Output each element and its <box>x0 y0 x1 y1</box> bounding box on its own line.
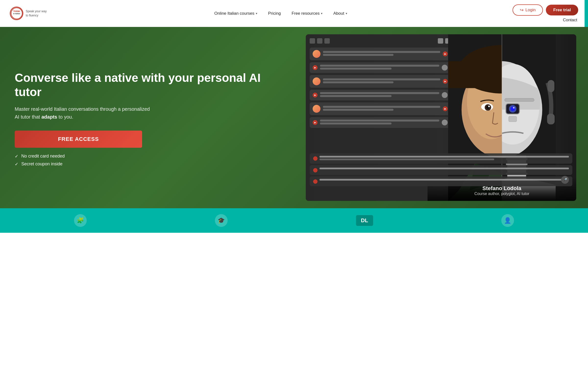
svg-rect-9 <box>448 61 502 88</box>
hero-subtitle: Master real-world Italian conversations … <box>15 105 152 121</box>
bottom-text-1 <box>320 156 569 161</box>
svg-text:in Italian: in Italian <box>13 13 20 14</box>
navbar: THINK in Italian Speak your way to fluen… <box>0 0 588 27</box>
text-line <box>320 179 569 180</box>
text-line <box>320 120 439 122</box>
text-line <box>320 168 569 169</box>
chat-text-1 <box>323 51 440 57</box>
nav-right: ↪ Login Free trial Contact <box>512 4 578 22</box>
toolbar-dot-3 <box>324 38 330 44</box>
text-line <box>320 68 392 70</box>
svg-point-21 <box>513 107 514 108</box>
text-line <box>323 81 394 83</box>
footer-dl-icon: DL <box>356 215 373 226</box>
bottom-text-2 <box>320 168 569 170</box>
bottom-message-2 <box>310 165 572 175</box>
play-btn-6[interactable]: ▶ <box>312 120 318 125</box>
bottom-chat: 🎤 <box>306 153 576 186</box>
logo-icon: THINK in Italian <box>10 6 23 20</box>
text-line <box>323 54 394 56</box>
free-trial-button[interactable]: Free trial <box>546 5 578 16</box>
teal-accent-bar <box>584 0 588 27</box>
checkmark-item-2: ✓ Secret coupon inside <box>15 162 279 167</box>
nav-item-contact[interactable]: Contact <box>563 18 578 22</box>
login-button[interactable]: ↪ Login <box>512 4 543 16</box>
svg-point-13 <box>488 106 490 107</box>
svg-rect-17 <box>547 114 555 124</box>
logo-area[interactable]: THINK in Italian Speak your way to fluen… <box>10 6 49 20</box>
text-line <box>320 92 439 94</box>
check-icon-2: ✓ <box>15 162 18 167</box>
hero-section: Converse like a native with your persona… <box>0 27 588 208</box>
svg-rect-22 <box>504 98 534 102</box>
nav-actions: ↪ Login Free trial <box>512 4 578 16</box>
hero-title: Converse like a native with your persona… <box>15 71 279 99</box>
nav-links: Online Italian courses ▾ Pricing Free re… <box>49 9 512 18</box>
toolbar-icons <box>310 38 330 44</box>
about-chevron-icon: ▾ <box>346 12 347 15</box>
footer-graduation-icon: 🎓 <box>215 214 228 227</box>
text-line <box>323 51 440 53</box>
text-line <box>320 65 439 67</box>
svg-rect-16 <box>548 80 554 92</box>
checkmarks-list: ✓ No credit card needed ✓ Secret coupon … <box>15 154 279 167</box>
text-line <box>320 158 494 160</box>
chat-text-3 <box>323 78 440 84</box>
bottom-text-3 <box>320 179 569 182</box>
svg-rect-23 <box>508 116 517 122</box>
bottom-play-1[interactable] <box>313 156 318 161</box>
bottom-play-2[interactable] <box>313 168 318 172</box>
footer-group-3: DL <box>356 215 373 226</box>
bottom-play-3[interactable] <box>313 179 318 184</box>
footer-group-1: 🧩 <box>74 214 87 227</box>
hero-image-container: ▶ ▶ <box>306 34 576 201</box>
checkmark-item-1: ✓ No credit card needed <box>15 154 279 159</box>
text-line <box>323 109 394 111</box>
courses-chevron-icon: ▾ <box>256 12 257 15</box>
bottom-message-3 <box>310 176 572 186</box>
resources-chevron-icon: ▾ <box>321 12 322 15</box>
hero-left: Converse like a native with your persona… <box>0 27 294 208</box>
footer-user-icon: 👤 <box>501 214 514 227</box>
toolbar-dot-2 <box>317 38 322 44</box>
nav-item-pricing[interactable]: Pricing <box>263 9 286 18</box>
check-icon-1: ✓ <box>15 154 18 159</box>
ai-tutor-mock: ▶ ▶ <box>306 34 576 201</box>
svg-text:THINK: THINK <box>13 10 20 12</box>
chat-avatar-1 <box>312 50 320 58</box>
text-line <box>320 95 392 97</box>
footer-bar: 🧩 🎓 DL 👤 <box>0 208 588 233</box>
text-line <box>323 78 440 80</box>
hero-right: ▶ ▶ <box>294 27 588 208</box>
chat-text-6 <box>320 120 439 126</box>
toolbar-dot-1 <box>310 38 315 44</box>
chat-text-4 <box>320 92 439 98</box>
chat-avatar-5 <box>312 105 320 113</box>
free-access-button[interactable]: FREE ACCESS <box>15 130 142 148</box>
person-title: Course author, polyglot, AI tutor <box>432 192 571 196</box>
chat-text-5 <box>323 106 440 112</box>
logo-tagline: Speak your way to fluency <box>26 9 46 18</box>
nav-item-about[interactable]: About ▾ <box>328 9 352 18</box>
text-line <box>320 156 569 158</box>
footer-group-2: 🎓 <box>215 214 228 227</box>
footer-puzzle-icon: 🧩 <box>74 214 87 227</box>
nav-item-courses[interactable]: Online Italian courses ▾ <box>209 9 263 18</box>
nav-item-resources[interactable]: Free resources ▾ <box>286 9 328 18</box>
bottom-message-1 <box>310 153 572 164</box>
text-line <box>323 106 440 108</box>
chat-text-2 <box>320 65 439 70</box>
text-line <box>320 122 392 124</box>
login-icon: ↪ <box>520 7 524 13</box>
play-btn-2[interactable]: ▶ <box>312 65 318 70</box>
play-btn-4[interactable]: ▶ <box>312 92 318 98</box>
chat-avatar-3 <box>312 78 320 85</box>
footer-group-4: 👤 <box>501 214 514 227</box>
